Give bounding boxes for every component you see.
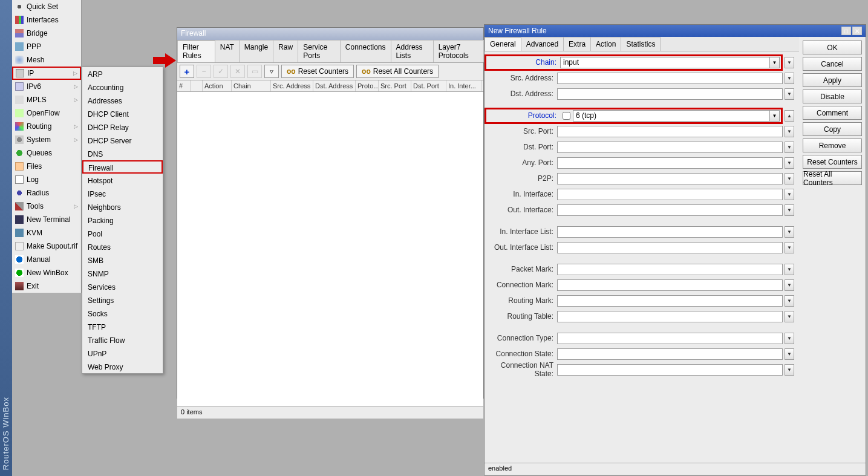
expand-button[interactable]	[785, 279, 794, 291]
in-if-list-input[interactable]	[557, 226, 783, 238]
out-if-input[interactable]	[557, 204, 783, 216]
sidebar-item-openflow[interactable]: OpenFlow	[12, 106, 81, 120]
expand-button[interactable]	[785, 264, 794, 275]
copy-button[interactable]: Copy	[803, 122, 862, 136]
expand-button[interactable]	[785, 364, 794, 376]
submenu-item-dhcp-server[interactable]: DHCP Server	[82, 134, 163, 147]
tab-service-ports[interactable]: Service Ports	[298, 40, 341, 62]
sidebar-item-ip[interactable]: IP▷	[12, 67, 81, 80]
column-header[interactable]: #	[177, 80, 191, 91]
expand-button[interactable]	[785, 73, 794, 84]
sidebar-item-new-terminal[interactable]: New Terminal	[12, 213, 81, 226]
submenu-item-routes[interactable]: Routes	[82, 240, 163, 253]
sidebar-item-exit[interactable]: Exit	[12, 279, 81, 293]
conn-type-input[interactable]	[557, 333, 783, 344]
src-port-input[interactable]	[557, 126, 783, 137]
sidebar-item-queues[interactable]: Queues	[12, 146, 81, 160]
detach-button[interactable]: □	[841, 27, 851, 35]
column-header[interactable]	[191, 80, 203, 91]
comment-button[interactable]: Comment	[803, 106, 862, 120]
dst-addr-input[interactable]	[557, 88, 783, 100]
dropdown-button[interactable]: ▼	[769, 111, 779, 121]
submenu-item-tftp[interactable]: TFTP	[82, 320, 163, 333]
expand-button[interactable]	[785, 126, 794, 137]
sidebar-item-kvm[interactable]: KVM	[12, 226, 81, 240]
submenu-item-arp[interactable]: ARP	[82, 67, 163, 80]
expand-button[interactable]	[785, 204, 794, 216]
sidebar-item-mpls[interactable]: MPLS▷	[12, 93, 81, 106]
column-header[interactable]: Chain	[232, 80, 271, 91]
submenu-item-hotspot[interactable]: Hotspot	[82, 174, 163, 187]
sidebar-item-system[interactable]: System▷	[12, 133, 81, 146]
sidebar-item-ipv6[interactable]: IPv6▷	[12, 80, 81, 93]
invert-checkbox[interactable]	[563, 112, 570, 120]
column-header[interactable]: In. Inter...	[446, 80, 481, 91]
enable-button[interactable]: ✓	[214, 65, 228, 78]
rule-tab-action[interactable]: Action	[590, 37, 621, 51]
remove-button[interactable]: Remove	[803, 139, 862, 152]
add-button[interactable]: +	[180, 65, 194, 78]
submenu-item-pool[interactable]: Pool	[82, 227, 163, 240]
expand-button[interactable]	[785, 142, 794, 153]
in-if-input[interactable]	[557, 189, 783, 200]
expand-button[interactable]	[785, 226, 794, 238]
rule-tab-general[interactable]: General	[485, 37, 521, 51]
expand-button[interactable]	[785, 57, 794, 68]
column-header[interactable]: Src. Address	[271, 80, 313, 91]
expand-button[interactable]	[785, 157, 794, 169]
pkt-mark-input[interactable]	[557, 264, 783, 275]
submenu-item-addresses[interactable]: Addresses	[82, 94, 163, 107]
expand-button[interactable]	[785, 242, 794, 253]
sidebar-item-radius[interactable]: Radius	[12, 186, 81, 200]
sidebar-item-quick-set[interactable]: Quick Set	[12, 0, 81, 13]
submenu-item-traffic-flow[interactable]: Traffic Flow	[82, 333, 163, 347]
sidebar-item-files[interactable]: Files	[12, 160, 81, 173]
ok-button[interactable]: OK	[803, 41, 862, 54]
sidebar-item-log[interactable]: Log	[12, 173, 81, 186]
submenu-item-neighbors[interactable]: Neighbors	[82, 200, 163, 214]
submenu-item-snmp[interactable]: SNMP	[82, 267, 163, 280]
tab-layer7-protocols[interactable]: Layer7 Protocols	[433, 40, 484, 62]
submenu-item-services[interactable]: Services	[82, 280, 163, 293]
column-header[interactable]: Src. Port	[379, 80, 411, 91]
reset-counters-button[interactable]: ooReset Counters	[281, 65, 354, 78]
firewall-table-body[interactable]	[177, 92, 483, 406]
submenu-item-smb[interactable]: SMB	[82, 253, 163, 267]
p2p-input[interactable]	[557, 173, 783, 184]
chain-input[interactable]	[561, 57, 769, 68]
expand-button[interactable]	[785, 189, 794, 200]
rule-tab-statistics[interactable]: Statistics	[621, 37, 661, 51]
rule-tab-advanced[interactable]: Advanced	[521, 37, 564, 51]
tab-raw[interactable]: Raw	[273, 40, 298, 62]
column-header[interactable]: Dst. Port	[411, 80, 446, 91]
conn-state-input[interactable]	[557, 348, 783, 360]
sidebar-item-ppp[interactable]: PPP	[12, 40, 81, 53]
route-tbl-input[interactable]	[557, 311, 783, 322]
sidebar-item-interfaces[interactable]: Interfaces	[12, 13, 81, 27]
cancel-button[interactable]: Cancel	[803, 57, 862, 71]
any-port-input[interactable]	[557, 157, 783, 169]
expand-button[interactable]	[785, 311, 794, 322]
submenu-item-accounting[interactable]: Accounting	[82, 80, 163, 94]
comment-button[interactable]: ▭	[247, 65, 262, 78]
reset-counters-button[interactable]: Reset Counters	[803, 155, 862, 169]
expand-button[interactable]	[785, 88, 794, 100]
collapse-button[interactable]	[785, 110, 794, 122]
column-header[interactable]: Action	[203, 80, 232, 91]
tab-mangle[interactable]: Mangle	[239, 40, 273, 62]
tab-address-lists[interactable]: Address Lists	[391, 40, 434, 62]
conn-nat-input[interactable]	[557, 364, 783, 376]
src-addr-input[interactable]	[557, 73, 783, 84]
column-header[interactable]: Proto...	[356, 80, 379, 91]
expand-button[interactable]	[785, 348, 794, 360]
protocol-input[interactable]	[573, 111, 769, 121]
submenu-item-firewall[interactable]: Firewall	[82, 160, 163, 174]
expand-button[interactable]	[785, 295, 794, 307]
remove-button[interactable]: −	[197, 65, 211, 78]
close-button[interactable]: ✕	[852, 27, 862, 35]
disable-button[interactable]: ✕	[230, 65, 245, 78]
expand-button[interactable]	[785, 173, 794, 184]
conn-mark-input[interactable]	[557, 279, 783, 291]
dst-port-input[interactable]	[557, 142, 783, 153]
tab-filter-rules[interactable]: Filter Rules	[177, 40, 215, 62]
